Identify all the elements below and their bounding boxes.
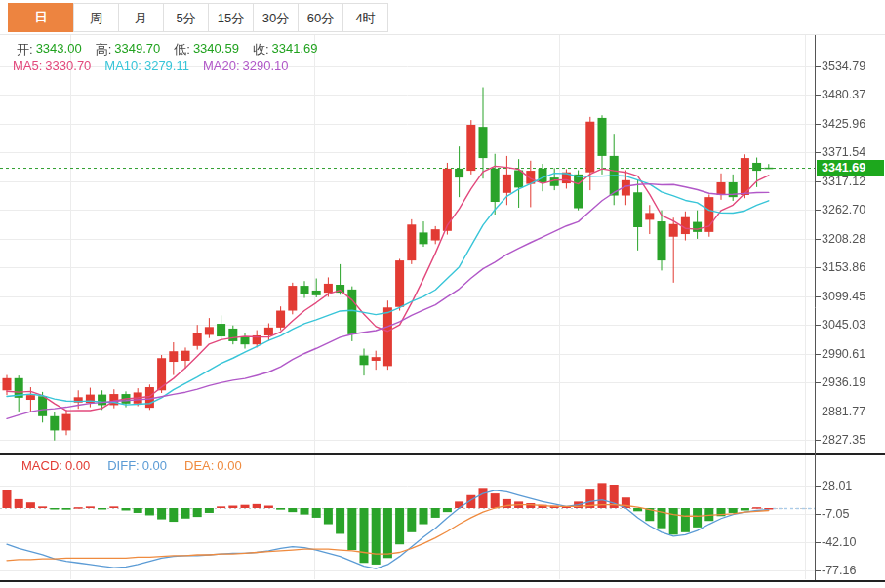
axis-tick-label: 3153.86 [822, 260, 865, 274]
legend-item-label: MA5: [13, 59, 42, 73]
axis-tick-label: -77.16 [822, 564, 856, 577]
tab-weekly[interactable]: 周 [73, 3, 119, 32]
legend-item: 高:3349.70 [96, 41, 161, 59]
legend-item-value: 0.00 [65, 458, 90, 473]
axis-tick-label: 2881.77 [822, 405, 865, 418]
legend-item: DEA:0.00 [184, 458, 242, 473]
axis-tick-label: 2990.61 [822, 347, 865, 361]
legend-item: 开:3343.00 [17, 41, 82, 59]
axis-tick-label: 3262.70 [822, 203, 865, 216]
axis-tick-label: 3045.03 [822, 318, 865, 332]
legend-ma: MA5:3330.70MA10:3279.11MA20:3290.10 [13, 59, 289, 73]
tab-30min[interactable]: 30分 [253, 3, 299, 32]
legend-item-label: MA20: [203, 59, 240, 73]
legend-macd: MACD:0.00DIFF:0.00DEA:0.00 [21, 458, 242, 473]
axis-tick-label: 28.01 [822, 479, 852, 492]
axis-tick-label: 3371.54 [822, 145, 865, 159]
legend-item-value: 0.00 [217, 458, 241, 473]
legend-item-value: 0.00 [142, 458, 167, 473]
legend-item-value: 3343.00 [36, 41, 82, 59]
legend-item: MA5:3330.70 [13, 59, 91, 73]
axis-tick-label: 3480.37 [822, 88, 865, 101]
tab-daily[interactable]: 日 [8, 3, 74, 32]
tab-monthly[interactable]: 月 [118, 3, 164, 32]
axis-tick-label: -42.10 [822, 535, 856, 549]
legend-item-label: 低: [174, 41, 190, 59]
legend-item-label: MACD: [21, 458, 62, 473]
legend-item-label: MA10: [104, 59, 141, 73]
legend-item-label: DEA: [184, 458, 214, 473]
tab-4hour[interactable]: 4时 [342, 3, 388, 32]
legend-item: 收:3341.69 [253, 41, 318, 59]
legend-item-value: 3341.69 [272, 41, 318, 59]
axis-tick-label: -7.05 [822, 507, 850, 521]
tab-5min[interactable]: 5分 [163, 3, 209, 32]
legend-item-value: 3340.59 [193, 41, 239, 59]
legend-item-value: 3330.70 [45, 59, 91, 73]
tab-60min[interactable]: 60分 [298, 3, 343, 32]
axis-tick-label: 3208.28 [822, 232, 865, 246]
legend-item: MACD:0.00 [21, 458, 90, 473]
legend-item-value: 3279.11 [144, 59, 189, 73]
legend-item-value: 3290.10 [243, 59, 289, 73]
tab-15min[interactable]: 15分 [208, 3, 254, 32]
legend-item-value: 3349.70 [114, 41, 160, 59]
legend-item: 低:3340.59 [174, 41, 239, 59]
app-root: 日周月5分15分30分60分4时 开:3343.00高:3349.70低:334… [0, 0, 885, 588]
axis-tick-label: 2827.35 [822, 433, 865, 447]
tab-bar: 日周月5分15分30分60分4时 [0, 0, 885, 35]
current-price-badge: 3341.69 [817, 160, 884, 176]
legend-item: MA20:3290.10 [203, 59, 289, 73]
axis-tick-label: 3099.45 [822, 290, 865, 303]
legend-item-label: 高: [96, 41, 112, 59]
kline-chart-canvas[interactable] [0, 0, 885, 588]
axis-tick-label: 2936.19 [822, 375, 865, 389]
legend-ohlc: 开:3343.00高:3349.70低:3340.59收:3341.69 [17, 41, 318, 59]
legend-item-label: 开: [17, 41, 33, 59]
legend-item: MA10:3279.11 [104, 59, 189, 73]
legend-item-label: 收: [253, 41, 269, 59]
axis-tick-label: 3425.96 [822, 117, 865, 131]
legend-item: DIFF:0.00 [107, 458, 167, 473]
axis-tick-label: 3534.79 [822, 59, 865, 73]
legend-item-label: DIFF: [107, 458, 140, 473]
